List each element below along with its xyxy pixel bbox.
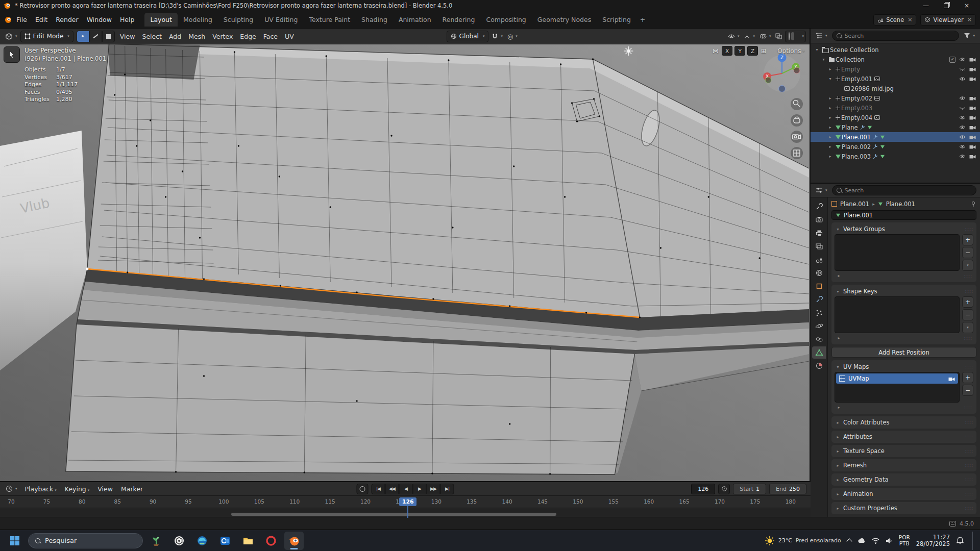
- taskbar-app-edge[interactable]: [192, 532, 212, 550]
- disclosure-arrow-icon[interactable]: ▸: [827, 144, 834, 149]
- workspace-tab-texture-paint[interactable]: Texture Paint: [303, 13, 356, 27]
- shape-keys-list[interactable]: [835, 296, 960, 333]
- outliner-filter-button[interactable]: ▾: [962, 33, 976, 39]
- tab-constraints[interactable]: [812, 333, 826, 345]
- panel-animation[interactable]: ▸Animation::::: [831, 488, 976, 500]
- taskbar-app-chatgpt[interactable]: [169, 532, 189, 550]
- menu-render[interactable]: Render: [52, 14, 83, 25]
- workspace-tab-rendering[interactable]: Rendering: [437, 13, 481, 27]
- camera-icon[interactable]: [969, 144, 976, 149]
- restore-button[interactable]: [936, 0, 957, 11]
- clock-widget[interactable]: 11:27 28/07/2025: [916, 534, 950, 547]
- tab-scene[interactable]: [812, 254, 826, 266]
- unlink-scene-icon[interactable]: ×: [908, 16, 912, 23]
- eye-icon[interactable]: [959, 77, 966, 81]
- panel-color-attributes[interactable]: ▸Color Attributes::::: [831, 416, 976, 429]
- outliner-row-empty[interactable]: ▸Empty: [811, 64, 980, 74]
- list-filter-toggle[interactable]: ▸: [836, 336, 842, 340]
- outliner-editor-type-selector[interactable]: ▾: [814, 32, 829, 39]
- add-shape-key-button[interactable]: +: [962, 296, 973, 308]
- camera-icon[interactable]: [969, 67, 976, 71]
- taskbar-app-opera[interactable]: [261, 532, 281, 550]
- uv-maps-list[interactable]: UVMap: [835, 372, 960, 403]
- workspace-tab-compositing[interactable]: Compositing: [480, 13, 531, 27]
- workspace-tab-uv-editing[interactable]: UV Editing: [259, 13, 303, 27]
- workspace-tab-animation[interactable]: Animation: [393, 13, 437, 27]
- viewport-menu-uv[interactable]: UV: [281, 31, 298, 42]
- mesh-name-field[interactable]: Plane.001: [831, 210, 976, 220]
- remove-uv-map-button[interactable]: −: [962, 385, 973, 396]
- camera-icon[interactable]: [969, 77, 976, 81]
- viewport-menu-add[interactable]: Add: [165, 31, 185, 42]
- outliner-row-26986-mid-jpg[interactable]: 26986-mid.jpg: [811, 84, 980, 93]
- vertex-select-button[interactable]: [77, 31, 89, 42]
- remove-vertex-group-button[interactable]: −: [962, 247, 973, 258]
- show-desktop-button[interactable]: [972, 532, 975, 550]
- properties-search-input[interactable]: Search: [832, 185, 976, 195]
- disclosure-arrow-icon[interactable]: ▸: [827, 106, 834, 110]
- camera-icon[interactable]: [969, 135, 976, 139]
- viewport-menu-face[interactable]: Face: [260, 31, 281, 42]
- add-workspace-button[interactable]: +: [636, 13, 649, 27]
- viewport-menu-mesh[interactable]: Mesh: [185, 31, 209, 42]
- camera-view-button[interactable]: [791, 131, 803, 143]
- gizmo-neg-z-axis[interactable]: [779, 86, 786, 92]
- workspace-tab-geometry-nodes[interactable]: Geometry Nodes: [532, 13, 597, 27]
- taskbar-app-blender[interactable]: [284, 532, 304, 550]
- panel-custom-properties[interactable]: ▸Custom Properties::::: [831, 502, 976, 514]
- outliner-row-collection[interactable]: ▾Collection✓: [811, 55, 980, 64]
- camera-icon[interactable]: [969, 96, 976, 101]
- workspace-tab-modeling[interactable]: Modeling: [178, 13, 218, 27]
- list-filter-toggle[interactable]: ▸: [836, 273, 842, 278]
- eye-icon[interactable]: [959, 96, 966, 101]
- frame-start-field[interactable]: Start1: [733, 484, 766, 494]
- render-camera-icon[interactable]: [948, 377, 955, 381]
- vertex-group-specials-button[interactable]: ▾: [962, 260, 973, 271]
- shape-key-specials-button[interactable]: ▾: [962, 322, 973, 333]
- disclosure-arrow-icon[interactable]: ▸: [827, 135, 834, 139]
- tool-options-dropdown[interactable]: Options▾: [777, 47, 804, 55]
- tab-modifiers[interactable]: [812, 293, 826, 306]
- taskbar-app-outlook[interactable]: [215, 532, 235, 550]
- outliner-row-plane-002[interactable]: ▸Plane.002: [811, 142, 980, 152]
- viewport-canvas[interactable]: Vlub: [0, 44, 810, 481]
- eye-closed-icon[interactable]: [959, 67, 966, 71]
- viewport-menu-view[interactable]: View: [116, 31, 139, 42]
- xray-toggle[interactable]: [774, 33, 783, 39]
- disclosure-arrow-icon[interactable]: ▸: [827, 67, 834, 71]
- volume-icon[interactable]: [886, 538, 893, 544]
- menu-help[interactable]: Help: [116, 14, 139, 25]
- jump-to-start-button[interactable]: |◀: [372, 484, 385, 494]
- transform-orientation-dropdown[interactable]: Global▾: [447, 31, 489, 42]
- mirror-x-toggle[interactable]: X: [722, 46, 732, 56]
- eye-icon[interactable]: [959, 144, 966, 149]
- tab-tool[interactable]: [812, 201, 826, 213]
- shape-keys-panel-header[interactable]: ▾ Shape Keys ::::: [835, 286, 973, 296]
- panel-texture-space[interactable]: ▸Texture Space::::: [831, 445, 976, 457]
- remove-shape-key-button[interactable]: −: [962, 309, 973, 320]
- eye-icon[interactable]: [959, 154, 966, 159]
- eye-icon[interactable]: [959, 115, 966, 120]
- viewport-menu-vertex[interactable]: Vertex: [209, 31, 236, 42]
- tray-expand-chevron-icon[interactable]: [846, 538, 852, 544]
- playhead-line[interactable]: [407, 506, 408, 518]
- prev-keyframe-button[interactable]: ◀◀: [385, 484, 399, 494]
- timeline-scrollbar[interactable]: [231, 513, 556, 516]
- breadcrumb-data[interactable]: Plane.001: [886, 201, 915, 208]
- pan-hand-button[interactable]: [791, 114, 803, 127]
- viewport-menu-select[interactable]: Select: [138, 31, 165, 42]
- scene-selector[interactable]: Scene ×: [873, 14, 916, 26]
- breadcrumb-object[interactable]: Plane.001: [840, 201, 869, 208]
- mirror-z-toggle[interactable]: Z: [747, 46, 758, 56]
- disclosure-arrow-icon[interactable]: ▾: [814, 47, 820, 52]
- disclosure-arrow-icon[interactable]: ▸: [827, 154, 834, 159]
- eye-closed-icon[interactable]: [959, 106, 966, 110]
- uv-maps-panel-header[interactable]: ▾ UV Maps ::::: [835, 362, 973, 372]
- check-icon[interactable]: ✓: [949, 57, 955, 63]
- menu-window[interactable]: Window: [83, 14, 116, 25]
- eye-icon[interactable]: [959, 125, 966, 130]
- add-rest-position-button[interactable]: Add Rest Position: [831, 347, 976, 358]
- gizmo-neg-y-axis[interactable]: [765, 77, 771, 83]
- proportional-editing-toggle[interactable]: ◎▾: [506, 33, 519, 40]
- list-filter-toggle[interactable]: ▸: [836, 405, 842, 410]
